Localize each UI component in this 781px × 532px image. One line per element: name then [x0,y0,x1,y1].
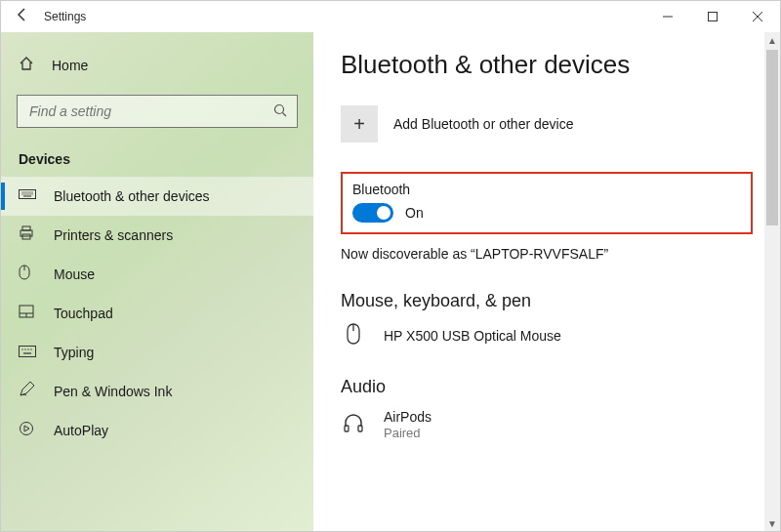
scrollbar[interactable]: ▲ ▼ [764,32,780,531]
search-input[interactable] [17,95,298,128]
svg-point-22 [30,348,31,349]
svg-rect-1 [709,13,718,21]
svg-rect-28 [358,426,362,431]
nav-mouse[interactable]: Mouse [1,255,313,294]
back-button[interactable] [1,7,44,26]
keyboard-icon [19,187,40,205]
add-device-label: Add Bluetooth or other device [393,116,573,132]
device-status: Paired [384,426,432,441]
autoplay-icon [19,421,40,440]
nav-pen[interactable]: Pen & Windows Ink [1,372,313,411]
mouse-device-icon [341,323,366,349]
typing-icon [19,344,40,361]
home-label: Home [52,58,88,73]
pen-icon [19,382,40,401]
touchpad-icon [19,305,40,322]
nav-label: Printers & scanners [54,227,173,243]
device-name: AirPods [384,409,432,426]
category-header: Devices [1,145,313,177]
nav-printers[interactable]: Printers & scanners [1,216,313,255]
nav-label: Bluetooth & other devices [54,188,210,204]
bluetooth-highlight-box: Bluetooth On [341,172,753,234]
svg-point-19 [21,348,22,349]
sidebar: Home Devices Bluetooth & other devices [1,32,313,531]
headphones-icon [341,412,366,438]
mouse-icon [19,265,40,284]
group-audio-title: Audio [341,377,753,397]
svg-point-21 [27,348,28,349]
nav-label: AutoPlay [54,423,108,438]
bluetooth-label: Bluetooth [352,182,741,197]
window-title: Settings [44,10,86,23]
svg-line-5 [283,112,287,116]
page-title: Bluetooth & other devices [341,50,753,80]
svg-rect-27 [345,426,349,431]
bluetooth-state: On [405,205,424,221]
minimize-button[interactable] [645,1,690,32]
scroll-thumb[interactable] [766,50,778,225]
plus-icon: + [341,105,378,143]
home-nav[interactable]: Home [1,50,313,89]
svg-point-20 [24,348,25,349]
device-name: HP X500 USB Optical Mouse [384,328,561,345]
nav-typing[interactable]: Typing [1,333,313,372]
close-button[interactable] [735,1,780,32]
scroll-up-arrow[interactable]: ▲ [764,32,780,48]
svg-rect-10 [22,226,30,230]
nav-label: Mouse [54,266,95,282]
maximize-button[interactable] [690,1,735,32]
home-icon [19,56,38,75]
search-icon [273,103,287,120]
printer-icon [19,225,40,245]
device-row-airpods[interactable]: AirPods Paired [341,409,753,440]
nav-touchpad[interactable]: Touchpad [1,294,313,333]
search-field[interactable] [27,102,261,120]
nav-label: Typing [54,345,94,360]
nav-bluetooth[interactable]: Bluetooth & other devices [1,177,313,216]
svg-point-4 [275,104,284,113]
scroll-down-arrow[interactable]: ▼ [764,515,780,531]
nav-autoplay[interactable]: AutoPlay [1,411,313,450]
scroll-track[interactable] [764,48,780,515]
add-device-button[interactable]: + Add Bluetooth or other device [341,105,753,143]
nav-label: Pen & Windows Ink [54,384,172,399]
svg-point-24 [21,423,33,435]
device-row-mouse[interactable]: HP X500 USB Optical Mouse [341,323,753,349]
nav-label: Touchpad [54,306,113,321]
discoverable-text: Now discoverable as “LAPTOP-RVVFSALF” [341,246,753,262]
svg-rect-18 [20,347,36,357]
group-mouse-title: Mouse, keyboard, & pen [341,291,753,311]
bluetooth-toggle[interactable] [352,203,393,223]
content-pane: Bluetooth & other devices + Add Bluetoot… [313,32,780,531]
